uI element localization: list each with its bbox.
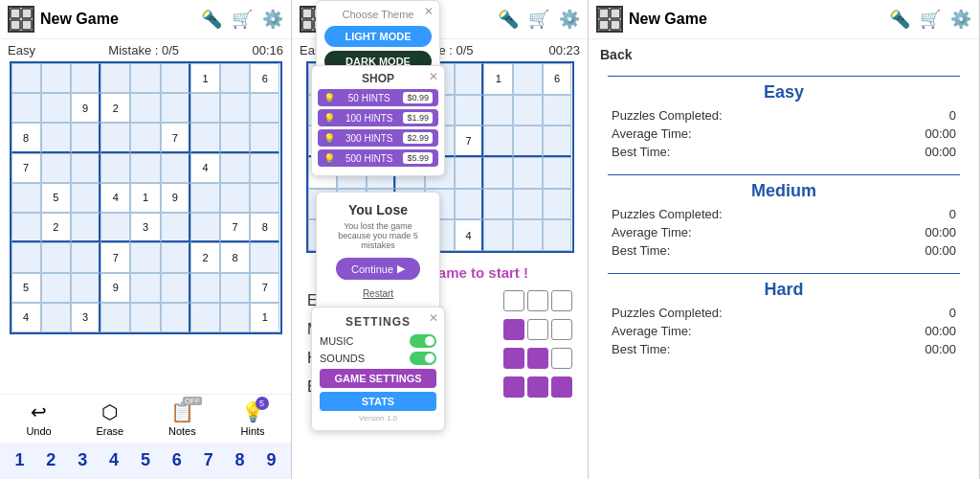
settings-button[interactable]: ⚙️	[262, 9, 283, 30]
cell-mini[interactable]	[513, 157, 543, 189]
cell[interactable]: 3	[71, 303, 100, 332]
cell[interactable]	[71, 153, 100, 183]
cell[interactable]	[41, 93, 71, 123]
cell[interactable]	[250, 93, 279, 123]
cell-mini[interactable]	[543, 95, 572, 126]
cell[interactable]	[220, 123, 250, 152]
cell[interactable]	[161, 273, 190, 303]
cell[interactable]: 8	[220, 242, 250, 272]
sudoku-grid-1[interactable]: 1692877454192378728597431	[10, 61, 282, 334]
continue-button[interactable]: Continue ▶	[336, 258, 420, 280]
cell[interactable]	[11, 183, 41, 213]
stats-button[interactable]: STATS	[320, 392, 436, 411]
erase-button[interactable]: ⬡ Erase	[96, 400, 123, 437]
cell[interactable]	[41, 242, 71, 272]
numpad-3[interactable]: 3	[69, 446, 96, 473]
settings-close-button[interactable]: ✕	[429, 311, 438, 325]
numpad-1[interactable]: 1	[6, 446, 33, 473]
numpad-8[interactable]: 8	[227, 446, 254, 473]
cell[interactable]	[190, 273, 220, 303]
cell[interactable]	[71, 123, 100, 152]
cell[interactable]	[250, 242, 279, 272]
cell[interactable]	[250, 153, 279, 183]
cell[interactable]	[71, 273, 100, 303]
cell[interactable]	[220, 273, 250, 303]
cell[interactable]	[220, 93, 250, 123]
cell[interactable]: 6	[250, 63, 279, 93]
cell[interactable]	[190, 213, 220, 242]
cell[interactable]: 9	[161, 183, 190, 213]
cell[interactable]: 9	[100, 273, 130, 303]
cell[interactable]	[100, 123, 130, 152]
cell-mini[interactable]	[543, 189, 572, 220]
cell-mini[interactable]	[483, 157, 513, 189]
cell[interactable]	[11, 93, 41, 123]
cell[interactable]	[71, 242, 100, 272]
cell[interactable]	[100, 63, 130, 93]
flashlight-button[interactable]: 🔦	[201, 9, 222, 30]
cell[interactable]: 5	[11, 273, 41, 303]
cell[interactable]	[250, 123, 279, 152]
cell[interactable]	[41, 123, 71, 152]
cell[interactable]	[161, 153, 190, 183]
cell-mini[interactable]: 7	[455, 125, 484, 157]
cell[interactable]	[130, 242, 160, 272]
cell[interactable]	[190, 183, 220, 213]
cell[interactable]	[190, 123, 220, 152]
cell[interactable]: 4	[11, 303, 41, 332]
shop-item-100[interactable]: 💡 100 HINTS $1.99	[318, 109, 438, 126]
cell[interactable]	[130, 63, 160, 93]
cell[interactable]: 7	[11, 153, 41, 183]
cell-mini[interactable]	[513, 219, 543, 251]
cell[interactable]	[41, 273, 71, 303]
cell[interactable]	[130, 303, 160, 332]
cell[interactable]	[130, 93, 160, 123]
cell[interactable]	[41, 153, 71, 183]
cell[interactable]: 8	[250, 213, 279, 242]
music-toggle[interactable]	[410, 334, 436, 348]
cell-mini[interactable]	[483, 95, 513, 126]
cell[interactable]	[11, 213, 41, 242]
cell-mini[interactable]	[483, 125, 513, 157]
cell[interactable]: 2	[190, 242, 220, 272]
cell[interactable]	[220, 303, 250, 332]
numpad-7[interactable]: 7	[195, 446, 222, 473]
cell[interactable]	[130, 273, 160, 303]
sounds-toggle[interactable]	[410, 352, 436, 365]
cell-mini[interactable]: 1	[483, 63, 513, 95]
undo-button[interactable]: ↩ Undo	[26, 400, 51, 437]
cell[interactable]	[161, 242, 190, 272]
restart-link[interactable]: Restart	[326, 284, 430, 301]
cell[interactable]: 4	[190, 153, 220, 183]
theme-close-button[interactable]: ✕	[424, 5, 434, 18]
numpad-6[interactable]: 6	[164, 446, 190, 473]
cell[interactable]	[71, 213, 100, 242]
cell-mini[interactable]	[543, 219, 572, 251]
cell[interactable]	[161, 93, 190, 123]
cell-mini[interactable]: 4	[455, 219, 484, 251]
cell[interactable]: 3	[130, 213, 160, 242]
cell[interactable]: 1	[190, 63, 220, 93]
cell-mini[interactable]: 6	[543, 63, 572, 95]
cell-mini[interactable]	[483, 189, 513, 220]
cell[interactable]	[100, 303, 130, 332]
cart-button-3[interactable]: 🛒	[920, 9, 941, 30]
shop-item-500[interactable]: 💡 500 HINTS $5.99	[318, 149, 438, 167]
light-mode-button[interactable]: LIGHT MODE	[324, 26, 432, 47]
cell-mini[interactable]	[513, 95, 543, 126]
cell[interactable]	[100, 153, 130, 183]
cell[interactable]: 7	[161, 123, 190, 152]
numpad-9[interactable]: 9	[257, 446, 284, 473]
cell[interactable]: 1	[130, 183, 160, 213]
cell[interactable]	[190, 93, 220, 123]
numpad-2[interactable]: 2	[37, 446, 64, 473]
cell-mini[interactable]	[543, 157, 572, 189]
cell[interactable]	[71, 183, 100, 213]
game-settings-button[interactable]: GAME SETTINGS	[320, 369, 436, 388]
cell[interactable]	[71, 63, 100, 93]
cell[interactable]	[250, 183, 279, 213]
cell[interactable]	[161, 63, 190, 93]
cell[interactable]	[130, 123, 160, 152]
cell[interactable]	[11, 242, 41, 272]
cell[interactable]: 7	[250, 273, 279, 303]
